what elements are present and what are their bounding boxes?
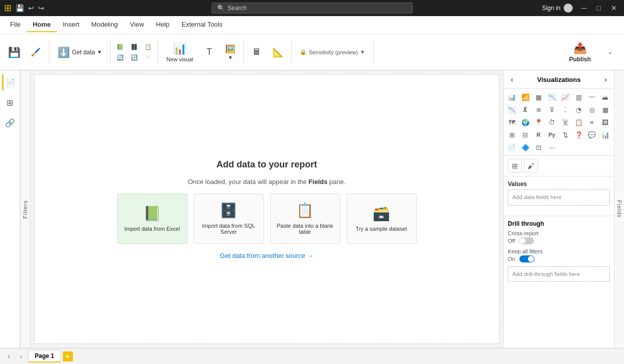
maximize-button[interactable]: □ <box>594 3 604 13</box>
ribbon-visual-options-button[interactable]: 🖼️ ▼ <box>220 42 240 62</box>
ribbon-more-button[interactable]: ⋯ <box>142 52 155 62</box>
search-bar[interactable]: 🔍 Search <box>212 3 413 14</box>
viz-icon-100pct-column[interactable]: ▥ <box>573 91 585 103</box>
viz-icon-ribbon[interactable]: 🎗 <box>519 104 531 116</box>
viz-icon-qna[interactable]: ❓ <box>573 129 585 141</box>
viz-icon-bar[interactable]: 📊 <box>506 91 518 103</box>
sign-in-label: Sign in <box>542 5 561 12</box>
get-data-link[interactable]: Get data from another source → <box>220 252 313 259</box>
data-card-excel[interactable]: 📗 Import data from Excel <box>117 194 188 244</box>
close-button[interactable]: ✕ <box>608 3 620 13</box>
menu-item-file[interactable]: File <box>4 18 27 32</box>
ribbon-format-painter-button[interactable]: 🖌️ <box>26 45 46 59</box>
menu-item-home[interactable]: Home <box>27 18 57 32</box>
viz-icon-donut[interactable]: ◎ <box>586 104 598 116</box>
viz-icon-slicer[interactable]: ≡ <box>586 116 598 128</box>
viz-icon-scatter[interactable]: ⁚ <box>559 104 571 116</box>
menu-item-help[interactable]: Help <box>150 18 175 32</box>
filters-panel[interactable]: Filters <box>20 70 30 348</box>
ribbon-separator-6 <box>373 40 374 64</box>
menu-item-modeling[interactable]: Modeling <box>85 18 124 32</box>
ribbon-copy-button[interactable]: 📋 <box>142 42 155 52</box>
fields-panel[interactable]: Fields <box>614 70 624 348</box>
sign-in-button[interactable]: Sign in <box>542 4 573 13</box>
viz-icon-table[interactable]: ⊞ <box>506 129 518 141</box>
viz-icon-100pct-bar[interactable]: ▦ <box>532 91 545 103</box>
ribbon-get-data-button[interactable]: ⬇️ Get data ▼ <box>52 44 107 60</box>
viz-icon-card[interactable]: 🃏 <box>559 116 571 128</box>
viz-icon-image[interactable]: 🖼 <box>599 116 611 128</box>
viz-icon-filled-map[interactable]: 🌍 <box>519 116 531 128</box>
viz-panel-forward-arrow[interactable]: › <box>602 74 609 84</box>
viz-icon-smart-narrative[interactable]: 💬 <box>586 129 598 141</box>
viz-icon-r-visual[interactable]: R <box>532 129 545 141</box>
ribbon-data-buttons-3: 📋 ⋯ <box>142 42 155 62</box>
viz-format-paint-icon[interactable]: 🖌 <box>524 159 538 173</box>
ribbon-expand-button[interactable]: ⌄ <box>600 47 620 57</box>
sidebar-report-icon[interactable]: 📄 <box>2 74 18 90</box>
ribbon-excel-button[interactable]: 📗 <box>114 42 127 52</box>
values-drop-zone[interactable]: Add data fields here <box>508 190 610 206</box>
viz-panel-back-arrow[interactable]: ‹ <box>509 74 515 84</box>
page-tab-1-label: Page 1 <box>35 352 54 359</box>
viz-icon-paginated[interactable]: 📄 <box>506 141 518 153</box>
data-card-sample[interactable]: 🗃️ Try a sample dataset <box>346 194 417 244</box>
add-page-button[interactable]: + <box>63 351 73 361</box>
viz-icon-funnel[interactable]: ⊽ <box>546 104 558 116</box>
cross-report-toggle-track[interactable] <box>519 237 534 244</box>
viz-icon-treemap[interactable]: ▦ <box>599 104 611 116</box>
viz-icon-kpi[interactable]: 📋 <box>573 116 585 128</box>
viz-icon-azure-map[interactable]: 📍 <box>532 116 545 128</box>
redo-icon[interactable]: ↪ <box>38 4 44 12</box>
ribbon-textbox-button[interactable]: T <box>199 45 219 59</box>
sidebar-model-icon[interactable]: 🔗 <box>2 115 18 131</box>
viz-icon-decomp[interactable]: ⇅ <box>559 129 571 141</box>
ribbon-new-visual-button[interactable]: 📊 New visual <box>161 40 198 64</box>
undo-icon[interactable]: ↩ <box>28 4 34 12</box>
keep-filters-toggle[interactable] <box>519 255 534 262</box>
ribbon-publish-button[interactable]: 📤 Publish <box>563 40 597 65</box>
viz-format-data-icon[interactable]: ⊞ <box>508 159 522 173</box>
viz-icon-power-apps[interactable]: ⊡ <box>532 141 545 153</box>
viz-icon-column[interactable]: 📉 <box>546 91 558 103</box>
viz-icon-gauge[interactable]: ⏱ <box>546 116 558 128</box>
save-icon[interactable]: 💾 <box>16 4 24 12</box>
viz-icon-pie[interactable]: ◔ <box>573 104 585 116</box>
viz-icon-area[interactable]: ⛰ <box>599 91 611 103</box>
keep-filters-toggle-track[interactable] <box>519 255 534 262</box>
viz-icon-metrics[interactable]: 📊 <box>599 129 611 141</box>
viz-icon-stacked-column[interactable]: 📈 <box>559 91 571 103</box>
viz-icon-map[interactable]: 🗺 <box>506 116 518 128</box>
viz-icon-python[interactable]: Py <box>546 129 558 141</box>
page-next-button[interactable]: › <box>16 351 26 361</box>
drill-through-drop-zone[interactable]: Add drill-through fields here <box>508 266 610 282</box>
menu-item-external-tools[interactable]: External Tools <box>175 18 228 32</box>
data-card-paste[interactable]: 📋 Paste data into a blank table <box>270 194 340 244</box>
page-tab-1[interactable]: Page 1 <box>28 350 61 362</box>
canvas-area: Add data to your report Once loaded, you… <box>30 70 503 348</box>
viz-icon-line-area[interactable]: 📉 <box>506 104 518 116</box>
ribbon-sql-button[interactable]: 🗄️ <box>128 42 141 52</box>
sidebar-data-icon[interactable]: ⊞ <box>2 95 18 111</box>
cross-report-off-label: Off <box>508 238 515 244</box>
viz-icon-stacked-bar[interactable]: 📶 <box>519 91 531 103</box>
viz-icon-shape[interactable]: 🔷 <box>519 141 531 153</box>
page-tabs: ‹ › Page 1 + <box>0 348 624 364</box>
sensitivity-button[interactable]: 🔒 Sensitivity (preview) ▼ <box>295 47 370 57</box>
menu-item-view[interactable]: View <box>124 18 150 32</box>
minimize-button[interactable]: ─ <box>579 3 590 13</box>
cross-report-toggle[interactable] <box>519 237 534 244</box>
menu-item-insert[interactable]: Insert <box>57 18 85 32</box>
viz-icon-line[interactable]: 〰 <box>586 91 598 103</box>
ribbon-save-button[interactable]: 💾 <box>4 44 25 60</box>
ribbon-calculator-button[interactable]: 🖩 <box>247 45 267 59</box>
page-prev-button[interactable]: ‹ <box>4 351 14 361</box>
viz-icon-waterfall[interactable]: ≋ <box>532 104 545 116</box>
ribbon-dataflow-button[interactable]: 🔄 <box>114 52 127 62</box>
viz-icon-more[interactable]: ⋯ <box>546 141 558 153</box>
data-card-sql[interactable]: 🗄️ Import data from SQL Server <box>194 194 264 244</box>
ribbon-transform-button[interactable]: 🔃 <box>128 52 141 62</box>
sql-card-label: Import data from SQL Server <box>198 223 259 235</box>
ribbon-measure-button[interactable]: 📐 <box>268 45 288 60</box>
viz-icon-matrix[interactable]: ⊟ <box>519 129 531 141</box>
